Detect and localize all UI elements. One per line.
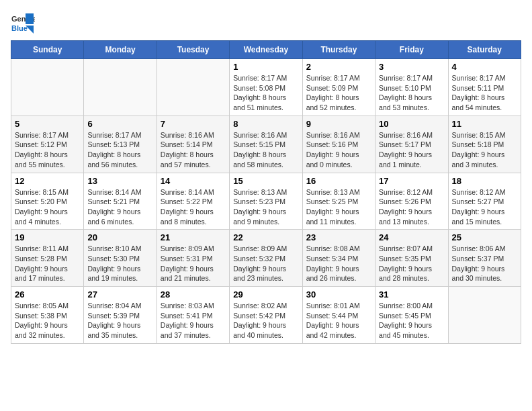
- calendar-cell: 11Sunrise: 8:15 AMSunset: 5:18 PMDayligh…: [448, 116, 521, 173]
- day-number: 17: [379, 176, 444, 186]
- calendar-cell: 25Sunrise: 8:06 AMSunset: 5:37 PMDayligh…: [448, 230, 521, 287]
- calendar-cell: 14Sunrise: 8:14 AMSunset: 5:22 PMDayligh…: [157, 173, 229, 230]
- day-info: Sunrise: 8:09 AMSunset: 5:31 PMDaylight:…: [161, 244, 226, 283]
- calendar-cell: [157, 59, 229, 116]
- day-info: Sunrise: 8:13 AMSunset: 5:23 PMDaylight:…: [233, 187, 298, 227]
- day-number: 9: [306, 119, 371, 129]
- calendar-cell: 12Sunrise: 8:15 AMSunset: 5:20 PMDayligh…: [11, 173, 84, 230]
- day-number: 14: [161, 176, 226, 186]
- day-number: 12: [15, 176, 80, 186]
- logo: General Blue: [11, 11, 35, 35]
- calendar-header: SundayMondayTuesdayWednesdayThursdayFrid…: [11, 41, 521, 59]
- day-number: 27: [87, 289, 152, 300]
- day-number: 30: [306, 289, 371, 300]
- day-info: Sunrise: 8:17 AMSunset: 5:13 PMDaylight:…: [87, 130, 152, 170]
- calendar-cell: 15Sunrise: 8:13 AMSunset: 5:23 PMDayligh…: [230, 173, 302, 230]
- calendar-cell: 22Sunrise: 8:09 AMSunset: 5:32 PMDayligh…: [230, 230, 302, 287]
- day-info: Sunrise: 8:05 AMSunset: 5:38 PMDaylight:…: [15, 301, 80, 340]
- day-number: 8: [233, 119, 298, 129]
- weekday-header: Tuesday: [157, 41, 229, 59]
- day-info: Sunrise: 8:16 AMSunset: 5:17 PMDaylight:…: [379, 130, 444, 170]
- day-info: Sunrise: 8:02 AMSunset: 5:42 PMDaylight:…: [233, 301, 298, 340]
- day-info: Sunrise: 8:09 AMSunset: 5:32 PMDaylight:…: [233, 244, 298, 283]
- svg-marker-3: [26, 13, 34, 24]
- calendar-cell: 26Sunrise: 8:05 AMSunset: 5:38 PMDayligh…: [11, 287, 84, 344]
- day-info: Sunrise: 8:12 AMSunset: 5:27 PMDaylight:…: [452, 187, 517, 227]
- day-number: 21: [161, 232, 226, 242]
- calendar-cell: 28Sunrise: 8:03 AMSunset: 5:41 PMDayligh…: [157, 287, 229, 344]
- weekday-header: Monday: [84, 41, 157, 59]
- day-info: Sunrise: 8:03 AMSunset: 5:41 PMDaylight:…: [161, 301, 226, 340]
- day-number: 1: [233, 62, 298, 72]
- day-info: Sunrise: 8:14 AMSunset: 5:22 PMDaylight:…: [161, 187, 226, 227]
- day-info: Sunrise: 8:13 AMSunset: 5:25 PMDaylight:…: [306, 187, 371, 227]
- calendar-cell: 23Sunrise: 8:08 AMSunset: 5:34 PMDayligh…: [302, 230, 375, 287]
- day-info: Sunrise: 8:17 AMSunset: 5:08 PMDaylight:…: [233, 73, 298, 113]
- day-number: 3: [379, 62, 444, 72]
- calendar-cell: 3Sunrise: 8:17 AMSunset: 5:10 PMDaylight…: [375, 59, 448, 116]
- day-number: 20: [87, 232, 152, 242]
- day-number: 23: [306, 232, 371, 242]
- calendar-table: SundayMondayTuesdayWednesdayThursdayFrid…: [11, 40, 521, 344]
- weekday-header: Friday: [375, 41, 448, 59]
- day-info: Sunrise: 8:00 AMSunset: 5:45 PMDaylight:…: [379, 301, 444, 340]
- day-info: Sunrise: 8:10 AMSunset: 5:30 PMDaylight:…: [87, 244, 152, 283]
- day-number: 16: [306, 176, 371, 186]
- day-info: Sunrise: 8:06 AMSunset: 5:37 PMDaylight:…: [452, 244, 517, 283]
- calendar-cell: 21Sunrise: 8:09 AMSunset: 5:31 PMDayligh…: [157, 230, 229, 287]
- calendar-cell: 13Sunrise: 8:14 AMSunset: 5:21 PMDayligh…: [84, 173, 157, 230]
- calendar-cell: 10Sunrise: 8:16 AMSunset: 5:17 PMDayligh…: [375, 116, 448, 173]
- calendar-cell: 24Sunrise: 8:07 AMSunset: 5:35 PMDayligh…: [375, 230, 448, 287]
- day-info: Sunrise: 8:16 AMSunset: 5:15 PMDaylight:…: [233, 130, 298, 170]
- day-number: 10: [379, 119, 444, 129]
- day-number: 11: [452, 119, 517, 129]
- weekday-header: Saturday: [448, 41, 521, 59]
- calendar-cell: 5Sunrise: 8:17 AMSunset: 5:12 PMDaylight…: [11, 116, 84, 173]
- day-info: Sunrise: 8:04 AMSunset: 5:39 PMDaylight:…: [87, 301, 152, 340]
- day-number: 29: [233, 289, 298, 300]
- day-info: Sunrise: 8:01 AMSunset: 5:44 PMDaylight:…: [306, 301, 371, 340]
- calendar-cell: 2Sunrise: 8:17 AMSunset: 5:09 PMDaylight…: [302, 59, 375, 116]
- day-info: Sunrise: 8:11 AMSunset: 5:28 PMDaylight:…: [15, 244, 80, 283]
- calendar-cell: 9Sunrise: 8:16 AMSunset: 5:16 PMDaylight…: [302, 116, 375, 173]
- day-number: 28: [161, 289, 226, 300]
- day-info: Sunrise: 8:17 AMSunset: 5:10 PMDaylight:…: [379, 73, 444, 113]
- calendar-cell: 17Sunrise: 8:12 AMSunset: 5:26 PMDayligh…: [375, 173, 448, 230]
- calendar-cell: 19Sunrise: 8:11 AMSunset: 5:28 PMDayligh…: [11, 230, 84, 287]
- calendar-cell: 27Sunrise: 8:04 AMSunset: 5:39 PMDayligh…: [84, 287, 157, 344]
- day-number: 24: [379, 232, 444, 242]
- calendar-cell: [11, 59, 84, 116]
- calendar-cell: 7Sunrise: 8:16 AMSunset: 5:14 PMDaylight…: [157, 116, 229, 173]
- day-number: 31: [379, 289, 444, 300]
- day-number: 25: [452, 232, 517, 242]
- weekday-header: Thursday: [302, 41, 375, 59]
- calendar-cell: 6Sunrise: 8:17 AMSunset: 5:13 PMDaylight…: [84, 116, 157, 173]
- calendar-cell: 31Sunrise: 8:00 AMSunset: 5:45 PMDayligh…: [375, 287, 448, 344]
- day-number: 4: [452, 62, 517, 72]
- day-info: Sunrise: 8:15 AMSunset: 5:18 PMDaylight:…: [452, 130, 517, 170]
- day-info: Sunrise: 8:07 AMSunset: 5:35 PMDaylight:…: [379, 244, 444, 283]
- day-number: 19: [15, 232, 80, 242]
- day-number: 5: [15, 119, 80, 129]
- logo-svg: General Blue: [11, 11, 35, 35]
- calendar-cell: 4Sunrise: 8:17 AMSunset: 5:11 PMDaylight…: [448, 59, 521, 116]
- day-number: 6: [87, 119, 152, 129]
- day-number: 18: [452, 176, 517, 186]
- header: General Blue: [11, 11, 521, 35]
- calendar-cell: 16Sunrise: 8:13 AMSunset: 5:25 PMDayligh…: [302, 173, 375, 230]
- weekday-header: Sunday: [11, 41, 84, 59]
- calendar-cell: 29Sunrise: 8:02 AMSunset: 5:42 PMDayligh…: [230, 287, 302, 344]
- day-info: Sunrise: 8:17 AMSunset: 5:09 PMDaylight:…: [306, 73, 371, 113]
- calendar-cell: 1Sunrise: 8:17 AMSunset: 5:08 PMDaylight…: [230, 59, 302, 116]
- calendar-cell: [84, 59, 157, 116]
- calendar-cell: [448, 287, 521, 344]
- day-info: Sunrise: 8:16 AMSunset: 5:16 PMDaylight:…: [306, 130, 371, 170]
- calendar-cell: 20Sunrise: 8:10 AMSunset: 5:30 PMDayligh…: [84, 230, 157, 287]
- day-info: Sunrise: 8:16 AMSunset: 5:14 PMDaylight:…: [161, 130, 226, 170]
- day-info: Sunrise: 8:14 AMSunset: 5:21 PMDaylight:…: [87, 187, 152, 227]
- calendar-cell: 30Sunrise: 8:01 AMSunset: 5:44 PMDayligh…: [302, 287, 375, 344]
- day-number: 22: [233, 232, 298, 242]
- day-info: Sunrise: 8:15 AMSunset: 5:20 PMDaylight:…: [15, 187, 80, 227]
- day-number: 26: [15, 289, 80, 300]
- day-info: Sunrise: 8:08 AMSunset: 5:34 PMDaylight:…: [306, 244, 371, 283]
